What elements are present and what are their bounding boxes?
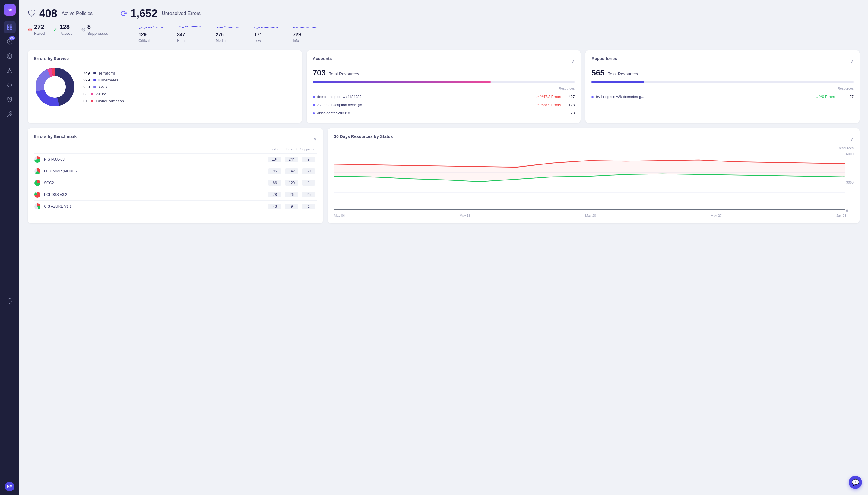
accounts-collapse-btn[interactable]: ∨	[571, 58, 574, 64]
chart-y-labels: 6000 3000 0	[846, 152, 853, 212]
failed-count: 272	[34, 23, 45, 31]
account-row-3: disco-sector-283918 28	[313, 109, 575, 117]
legend-kubernetes: 399 Kubernetes	[83, 78, 124, 82]
severity-critical: 129 Critical	[138, 23, 163, 43]
repo-dot-1	[591, 96, 594, 98]
accounts-title: Accounts	[313, 56, 332, 61]
legend-cloudformation: 51 CloudFormation	[83, 99, 124, 103]
high-name: High	[177, 39, 201, 43]
passed-label: Passed	[59, 31, 72, 36]
svg-line-11	[10, 69, 12, 72]
service-legend: 749 Terraform 399 Kubernetes 358 AWS	[83, 71, 124, 103]
benchmark-row-soc2: SOC2 86 120 1	[34, 177, 317, 189]
chat-fab-button[interactable]: 💬	[849, 476, 862, 489]
repositories-progress-fill	[591, 81, 644, 83]
repositories-collapse-btn[interactable]: ∨	[850, 58, 853, 64]
chart-x-labels: May 06 May 13 May 20 May 27 Jun 03	[334, 214, 853, 217]
info-name: Info	[293, 39, 317, 43]
severity-high: 347 High	[177, 23, 201, 43]
critical-sparkline	[138, 23, 163, 31]
resources-status-header: 30 Days Resources by Status ∨	[334, 134, 853, 144]
app-logo[interactable]: bc	[4, 4, 16, 16]
sidebar-item-alerts[interactable]: 203	[4, 36, 16, 48]
medium-count: 276	[216, 32, 240, 37]
bench-name-soc2: SOC2	[44, 181, 266, 185]
donut-section: 749 Terraform 399 Kubernetes 358 AWS	[34, 66, 296, 108]
unresolved-errors-number: 1,652	[130, 7, 157, 20]
bench-name-nist: NIST-800-53	[44, 157, 266, 161]
failed-stat: ⊗ 272 Failed	[28, 23, 45, 36]
sidebar-item-notifications[interactable]	[4, 295, 16, 307]
svg-point-7	[9, 69, 10, 69]
chart-area	[334, 152, 845, 212]
sidebar-item-code[interactable]	[4, 79, 16, 91]
benchmark-row-nist: NIST-800-53 104 244 9	[34, 153, 317, 165]
account-name-2: Azure subscription acme (fo...	[317, 103, 534, 107]
account-count-2: 178	[566, 103, 574, 107]
user-avatar[interactable]: MM	[5, 482, 15, 491]
sidebar: bc 203	[0, 0, 19, 495]
bench-name-cisazure: CIS AZURE V1.1	[44, 204, 266, 208]
repositories-total-row: 565 Total Resources	[591, 68, 853, 78]
repo-row-1: try-bridgecrew/kubernetes-g... ↘ %0 Erro…	[591, 93, 853, 101]
unresolved-errors-group: ⟳ 1,652 Unresolved Errors 129 Critical	[120, 7, 860, 43]
repositories-card-header: Repositories ∨	[591, 56, 853, 66]
benchmark-card: Errors by Benchmark ∨ Failed Passed Supp…	[28, 128, 323, 223]
bench-name-pcidss: PCI-DSS V3.2	[44, 192, 266, 197]
repo-name-1: try-bridgecrew/kubernetes-g...	[596, 95, 813, 99]
accounts-table-header: Resources	[313, 87, 575, 90]
benchmark-row-fedramp: FEDRAMP (MODER... 95 142 50	[34, 165, 317, 177]
errors-by-service-card: Errors by Service	[28, 50, 302, 123]
bottom-row: Errors by Benchmark ∨ Failed Passed Supp…	[28, 128, 860, 223]
suppressed-stat: ⊖ 8 Suppressed	[81, 23, 108, 36]
repositories-card: Repositories ∨ 565 Total Resources Resou…	[585, 50, 860, 123]
errors-by-service-title: Errors by Service	[34, 56, 296, 61]
benchmark-table-header: Failed Passed Suppress...	[34, 146, 317, 152]
suppressed-count: 8	[87, 23, 108, 31]
sidebar-item-integrations[interactable]	[4, 108, 16, 120]
legend-aws: 358 AWS	[83, 85, 124, 89]
accounts-total: 703	[313, 68, 326, 77]
account-dot-1	[313, 96, 315, 98]
active-policies-label: Active Policies	[61, 11, 93, 16]
low-count: 171	[254, 32, 278, 37]
sidebar-item-security[interactable]	[4, 93, 16, 106]
accounts-card-header: Accounts ∨	[313, 56, 575, 66]
sidebar-item-deploy[interactable]	[4, 50, 16, 62]
severity-low: 171 Low	[254, 23, 278, 43]
info-count: 729	[293, 32, 317, 37]
sidebar-item-network[interactable]	[4, 65, 16, 77]
active-policies-group: 🛡 408 Active Policies ⊗ 272 Failed ✓ 128	[28, 7, 108, 43]
svg-rect-2	[7, 28, 10, 30]
account-count-3: 28	[566, 111, 574, 115]
policies-sub-stats: ⊗ 272 Failed ✓ 128 Passed ⊖ 8	[28, 23, 108, 36]
accounts-total-label: Total Resources	[329, 71, 359, 76]
sidebar-item-dashboard[interactable]	[4, 21, 16, 33]
unresolved-errors-main: ⟳ 1,652 Unresolved Errors	[120, 7, 860, 20]
accounts-progress-fill	[313, 81, 491, 83]
benchmark-collapse-btn[interactable]: ∨	[313, 136, 317, 142]
high-sparkline	[177, 23, 201, 31]
benchmark-title: Errors by Benchmark	[34, 134, 76, 139]
low-sparkline	[254, 23, 278, 31]
info-sparkline	[293, 23, 317, 31]
legend-terraform: 749 Terraform	[83, 71, 124, 75]
benchmark-row-cisazure: CIS AZURE V1.1 43 9 1	[34, 201, 317, 212]
svg-point-8	[7, 72, 8, 73]
policies-icon: 🛡	[28, 9, 36, 19]
high-count: 347	[177, 32, 201, 37]
resources-status-collapse[interactable]: ∨	[850, 136, 853, 142]
critical-name: Critical	[138, 39, 163, 43]
top-stats-row: 🛡 408 Active Policies ⊗ 272 Failed ✓ 128	[28, 7, 860, 43]
passed-count: 128	[59, 23, 72, 31]
active-policies-main: 🛡 408 Active Policies	[28, 7, 108, 20]
benchmark-row-pcidss: PCI-DSS V3.2 78 26 25	[34, 189, 317, 201]
benchmark-card-header: Errors by Benchmark ∨	[34, 134, 317, 144]
bench-name-fedramp: FEDRAMP (MODER...	[44, 169, 266, 173]
svg-rect-0	[7, 25, 10, 27]
account-name-1: demo-bridgecrew (4184080...	[317, 95, 534, 99]
active-policies-number: 408	[39, 7, 57, 20]
severity-medium: 276 Medium	[216, 23, 240, 43]
donut-chart	[34, 66, 76, 108]
account-dot-3	[313, 112, 315, 114]
